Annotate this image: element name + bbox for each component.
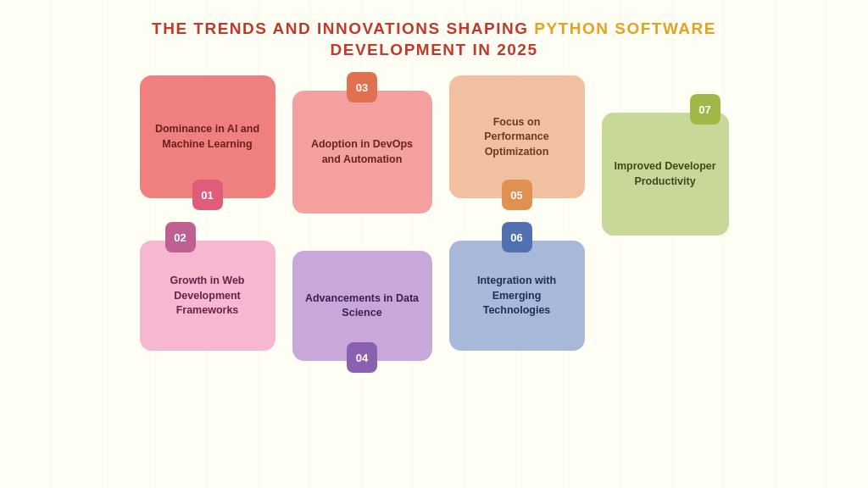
badge-05: 05 — [502, 180, 532, 210]
card-wrapper-01: Dominance in AI and Machine Learning 01 — [140, 75, 275, 198]
column-4: 07 Improved Developer Productivity — [602, 75, 729, 236]
card-wrapper-07: 07 Improved Developer Productivity — [602, 106, 729, 236]
column-2: 03 Adoption in DevOps and Automation Adv… — [292, 75, 432, 361]
card-wrapper-04: Advancements in Data Science 04 — [292, 246, 432, 361]
badge-02: 02 — [165, 222, 196, 252]
card-02-text: Growth in Web Development Frameworks — [152, 274, 264, 319]
badge-01: 01 — [192, 180, 223, 210]
card-wrapper-03: 03 Adoption in DevOps and Automation — [292, 84, 432, 214]
card-07: Improved Developer Productivity — [602, 113, 729, 236]
card-07-text: Improved Developer Productivity — [614, 159, 717, 189]
badge-04: 04 — [347, 342, 377, 373]
card-01-text: Dominance in AI and Machine Learning — [152, 122, 264, 152]
column-1: Dominance in AI and Machine Learning 01 … — [140, 75, 275, 351]
title-area: THE TRENDS AND INNOVATIONS SHAPING PYTHO… — [152, 19, 716, 60]
title-line2: DEVELOPMENT IN 2025 — [331, 41, 538, 58]
badge-07: 07 — [690, 94, 721, 125]
card-03: Adoption in DevOps and Automation — [292, 91, 432, 214]
cards-container: Dominance in AI and Machine Learning 01 … — [0, 75, 868, 361]
badge-06: 06 — [502, 222, 532, 252]
card-06-text: Integration with Emerging Technologies — [461, 274, 573, 319]
card-02: Growth in Web Development Frameworks — [140, 241, 275, 351]
card-06: Integration with Emerging Technologies — [449, 241, 585, 351]
badge-03: 03 — [347, 72, 377, 103]
card-05-text: Focus on Performance Optimization — [461, 115, 573, 160]
card-wrapper-05: Focus on Performance Optimization 05 — [449, 75, 585, 198]
card-wrapper-02: 02 Growth in Web Development Frameworks — [140, 234, 275, 351]
card-04-text: Advancements in Data Science — [304, 291, 420, 321]
column-3: Focus on Performance Optimization 05 06 … — [449, 75, 585, 351]
card-03-text: Adoption in DevOps and Automation — [304, 137, 420, 167]
card-wrapper-06: 06 Integration with Emerging Technologie… — [449, 234, 585, 351]
main-title: THE TRENDS AND INNOVATIONS SHAPING PYTHO… — [152, 19, 716, 60]
title-text-part1: THE TRENDS AND INNOVATIONS SHAPING — [152, 19, 534, 37]
title-highlight: PYTHON SOFTWARE — [534, 19, 716, 37]
